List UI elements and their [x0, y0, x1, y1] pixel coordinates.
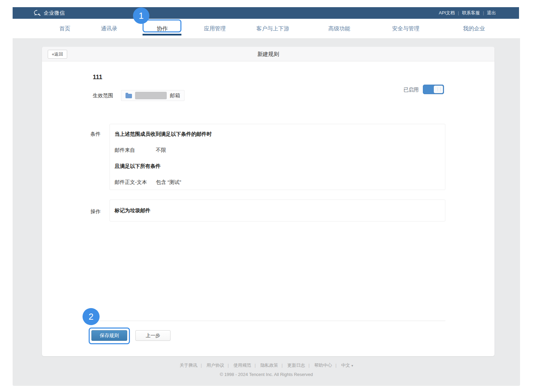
separator: |	[483, 11, 484, 15]
condition-heading: 当上述范围成员收到满足以下条件的邮件时	[115, 130, 440, 137]
condition-row: 邮件来自 不限	[115, 146, 440, 154]
tab-home[interactable]: 首页	[59, 19, 70, 38]
tab-contacts[interactable]: 通讯录	[101, 19, 117, 38]
footer-link-terms[interactable]: 用户协议	[206, 363, 224, 368]
action-value: 标记为垃圾邮件	[115, 207, 440, 214]
copyright: © 1998 - 2024 Tencent Inc. All Rights Re…	[13, 372, 520, 377]
enabled-toggle[interactable]	[423, 85, 444, 94]
redacted-text	[135, 92, 167, 99]
language-selector[interactable]: 中文	[341, 363, 350, 368]
condition-row: 邮件正文-文本 包含 “测试”	[115, 178, 440, 186]
top-bar: 企业微信 API文档 | 联系客服 | 退出	[13, 7, 519, 19]
tab-customers[interactable]: 客户与上下游	[256, 19, 289, 38]
tab-my-company[interactable]: 我的企业	[463, 19, 485, 38]
condition-box: 当上述范围成员收到满足以下条件的邮件时 邮件来自 不限 且满足以下所有条件 邮件…	[109, 124, 445, 190]
separator: |	[309, 363, 310, 368]
main-nav: 首页 通讯录 协作 应用管理 客户与上下游 高级功能 安全与管理 我的企业	[13, 19, 519, 38]
contact-support-link[interactable]: 联系客服	[462, 10, 480, 16]
separator: |	[458, 11, 459, 15]
footer-link-changelog[interactable]: 更新日志	[287, 363, 305, 368]
brand-name: 企业微信	[44, 10, 65, 16]
condition-field: 邮件正文-文本	[115, 178, 156, 186]
footer-link-help[interactable]: 帮助中心	[314, 363, 332, 368]
footer-link-rules[interactable]: 使用规范	[233, 363, 251, 368]
panel-header: «返回 新建规则	[42, 47, 494, 61]
caret-down-icon: ▾	[352, 364, 353, 367]
condition-subheading: 且满足以下所有条件	[115, 162, 440, 170]
separator: |	[281, 363, 282, 368]
action-box: 标记为垃圾邮件	[109, 200, 445, 221]
logout-link[interactable]: 退出	[487, 10, 496, 16]
separator: |	[336, 363, 337, 368]
page-title: 新建规则	[42, 47, 494, 61]
footer-links: 关于腾讯| 用户协议| 使用规范| 隐私政策| 更新日志| 帮助中心| 中文▾	[13, 362, 520, 368]
condition-label: 条件	[90, 131, 101, 137]
separator: |	[201, 363, 202, 368]
separator: |	[227, 363, 228, 368]
scope-chip-text: 邮箱	[170, 92, 180, 99]
separator: |	[254, 363, 255, 368]
save-rule-button[interactable]: 保存规则	[91, 330, 127, 341]
content-area: «返回 新建规则 111 生效范围 邮箱 已启用 条件 当上述范围成员收到满足以…	[13, 38, 520, 386]
action-label: 操作	[90, 208, 101, 215]
enabled-label: 已启用	[403, 87, 419, 93]
wechat-work-logo-icon	[34, 10, 41, 16]
condition-value: 包含 “测试”	[156, 178, 181, 186]
previous-step-button[interactable]: 上一步	[135, 330, 171, 341]
brand: 企业微信	[34, 10, 65, 16]
rule-name: 111	[93, 74, 102, 81]
scope-chip: 邮箱	[121, 90, 184, 101]
active-tab-underline	[143, 34, 181, 35]
footer-link-about[interactable]: 关于腾讯	[179, 363, 197, 368]
api-docs-link[interactable]: API文档	[439, 10, 455, 16]
site-footer: 关于腾讯| 用户协议| 使用规范| 隐私政策| 更新日志| 帮助中心| 中文▾ …	[13, 362, 520, 377]
tab-security[interactable]: 安全与管理	[392, 19, 419, 38]
new-rule-panel: «返回 新建规则 111 生效范围 邮箱 已启用 条件 当上述范围成员收到满足以…	[42, 47, 494, 356]
toggle-knob	[434, 86, 443, 93]
annotation-badge-step2: 2	[83, 308, 100, 325]
scope-label: 生效范围	[93, 92, 113, 99]
condition-field: 邮件来自	[115, 146, 156, 154]
button-row-divider	[93, 321, 445, 321]
folder-icon	[125, 94, 132, 98]
tab-app-management[interactable]: 应用管理	[204, 19, 226, 38]
topbar-links: API文档 | 联系客服 | 退出	[439, 10, 496, 16]
condition-value: 不限	[156, 146, 166, 154]
tab-advanced[interactable]: 高级功能	[328, 19, 350, 38]
footer-link-privacy[interactable]: 隐私政策	[260, 363, 278, 368]
